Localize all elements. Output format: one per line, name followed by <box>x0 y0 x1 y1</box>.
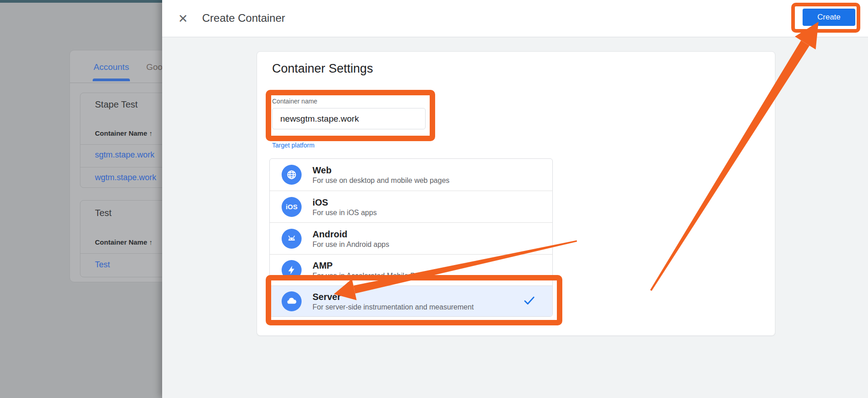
platform-row-android[interactable]: Android For use in Android apps <box>270 222 552 254</box>
container-settings-card: Container Settings Container name Target… <box>257 51 775 336</box>
container-link-test[interactable]: Test <box>95 260 110 270</box>
platform-description: For use in iOS apps <box>312 209 377 217</box>
card-title: Container Settings <box>272 62 373 76</box>
modal-header: ✕ Create Container Create <box>162 0 868 37</box>
ios-icon: iOS <box>282 197 302 217</box>
platform-row-web[interactable]: Web For use on desktop and mobile web pa… <box>270 159 552 191</box>
platform-name: Server <box>312 291 474 302</box>
globe-icon <box>282 165 302 185</box>
platform-description: For server-side instrumentation and meas… <box>312 303 474 311</box>
screen: Accounts Goo Stape Test Container Name ↑… <box>0 0 868 398</box>
amp-icon <box>282 260 302 280</box>
tab-google-tags[interactable]: Goo <box>146 62 163 72</box>
create-container-modal: ✕ Create Container Create Container Sett… <box>162 0 868 398</box>
sort-ascending-icon: ↑ <box>149 129 153 137</box>
active-tab-underline <box>93 79 130 81</box>
platform-description: For use in Android apps <box>312 241 389 249</box>
close-icon[interactable]: ✕ <box>176 12 190 25</box>
sort-ascending-icon: ↑ <box>149 238 153 246</box>
column-header-container-name[interactable]: Container Name ↑ <box>95 129 153 137</box>
dimmed-backdrop: Accounts Goo Stape Test Container Name ↑… <box>0 0 162 398</box>
container-link-wgtm[interactable]: wgtm.stape.work <box>95 173 156 182</box>
android-icon <box>282 229 302 249</box>
platform-row-ios[interactable]: iOS iOS For use in iOS apps <box>270 191 552 222</box>
platform-name: iOS <box>312 197 377 208</box>
container-name-label: Container name <box>272 98 317 105</box>
platform-name: AMP <box>312 260 431 271</box>
account-title: Stape Test <box>95 99 138 110</box>
cloud-icon <box>282 291 302 311</box>
target-platform-link[interactable]: Target platform <box>272 142 314 149</box>
platform-name: Android <box>312 229 389 240</box>
column-header-container-name[interactable]: Container Name ↑ <box>95 238 153 246</box>
modal-title: Create Container <box>202 12 285 25</box>
platform-description: For use on desktop and mobile web pages <box>312 177 450 185</box>
tab-accounts[interactable]: Accounts <box>94 62 129 72</box>
platform-description: For use in Accelerated Mobile Pages <box>312 272 431 280</box>
container-link-sgtm[interactable]: sgtm.stape.work <box>95 150 154 160</box>
create-button[interactable]: Create <box>803 9 855 26</box>
account-title: Test <box>95 208 112 218</box>
browser-top-strip <box>0 0 162 3</box>
platform-name: Web <box>312 165 450 176</box>
platform-row-server[interactable]: Server For server-side instrumentation a… <box>270 285 552 317</box>
platform-row-amp[interactable]: AMP For use in Accelerated Mobile Pages <box>270 254 552 285</box>
check-icon <box>522 294 536 309</box>
container-name-input[interactable] <box>272 108 426 129</box>
target-platform-list: Web For use on desktop and mobile web pa… <box>269 158 553 317</box>
